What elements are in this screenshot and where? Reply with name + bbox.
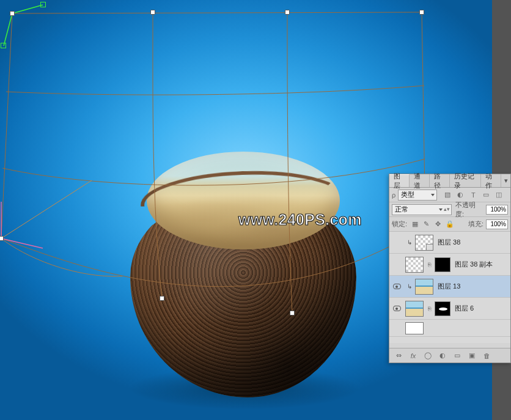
lock-label: 锁定:: [392, 219, 407, 229]
filter-kind-select[interactable]: 类型: [398, 190, 437, 201]
warp-handle[interactable]: [419, 10, 424, 15]
tab-history[interactable]: 历史记录: [450, 174, 481, 187]
layer-thumbnail[interactable]: [405, 301, 424, 317]
filter-adjust-icon[interactable]: ◐: [456, 191, 465, 199]
tab-paths[interactable]: 路径: [430, 174, 450, 187]
new-group-icon[interactable]: ▭: [453, 352, 461, 359]
eye-icon: [393, 306, 401, 311]
tab-channels[interactable]: 通道: [410, 174, 430, 187]
warp-direction-handle[interactable]: [40, 2, 46, 7]
opacity-label: 不透明度:: [455, 201, 483, 219]
clip-indicator-icon: ↳: [405, 239, 414, 246]
filter-shape-icon[interactable]: ▭: [482, 191, 490, 199]
lock-position-icon[interactable]: ✥: [434, 220, 442, 228]
blend-opacity-row: 正常 ▴▾ 不透明度: 100%: [389, 202, 510, 217]
filter-pixel-icon[interactable]: ▧: [443, 191, 452, 199]
lock-image-icon[interactable]: ✎: [422, 220, 430, 228]
tab-layers[interactable]: 图层: [389, 174, 410, 187]
clip-indicator-icon: ↳: [405, 283, 414, 290]
warp-direction-handle[interactable]: [1, 43, 6, 48]
visibility-toggle[interactable]: [391, 284, 403, 289]
fill-label: 填充:: [468, 219, 483, 229]
layers-panel-bottom-bar: ⇔ fx ◯ ◐ ▭ ▣ 🗑: [389, 348, 510, 363]
fx-icon[interactable]: fx: [409, 352, 417, 359]
layer-item[interactable]: ⎘ 图层 38 副本: [389, 254, 510, 276]
warp-handle[interactable]: [10, 11, 15, 16]
layer-item[interactable]: ⎘ 图层 6: [389, 298, 510, 320]
panel-tabs: 图层 通道 路径 历史记录 动作 ▾: [389, 174, 510, 188]
layer-name[interactable]: 图层 38 副本: [455, 260, 493, 269]
panel-menu-button[interactable]: ▾: [501, 174, 510, 187]
filter-smart-icon[interactable]: ◫: [494, 191, 503, 199]
watermark-text: www.240PS.com: [238, 211, 362, 229]
lock-fill-row: 锁定: ▦ ✎ ✥ 🔒 填充: 100%: [389, 217, 510, 232]
lock-all-icon[interactable]: 🔒: [446, 220, 454, 228]
blend-mode-select[interactable]: 正常 ▴▾: [392, 204, 452, 215]
delete-layer-icon[interactable]: 🗑: [482, 352, 491, 359]
new-layer-icon[interactable]: ▣: [468, 352, 476, 359]
warp-handle[interactable]: [150, 10, 155, 15]
layer-item[interactable]: ↳ 图层 38: [389, 232, 510, 254]
layer-name[interactable]: 图层 13: [438, 282, 460, 291]
new-adjust-icon[interactable]: ◐: [438, 352, 447, 359]
lock-transparent-icon[interactable]: ▦: [411, 220, 419, 228]
eye-icon: [393, 284, 401, 289]
layer-item-partial[interactable]: [389, 320, 510, 337]
layer-name[interactable]: 图层 6: [455, 304, 474, 313]
warp-handle[interactable]: [160, 296, 164, 301]
mask-link-icon[interactable]: ⎘: [426, 306, 432, 312]
visibility-toggle[interactable]: [391, 306, 403, 311]
mask-link-icon[interactable]: ⎘: [426, 262, 432, 268]
warp-handle[interactable]: [290, 311, 295, 315]
opacity-input[interactable]: 100%: [486, 205, 508, 215]
warp-handle[interactable]: [0, 236, 4, 241]
filter-type-icon[interactable]: T: [469, 191, 477, 199]
layer-item[interactable]: ↳ 图层 13: [389, 276, 510, 298]
layer-filter-row: ρ 类型 ▧ ◐ T ▭ ◫: [389, 188, 510, 202]
layer-thumbnail[interactable]: [415, 235, 433, 251]
layer-thumbnail[interactable]: [405, 322, 424, 334]
tab-actions[interactable]: 动作: [481, 174, 501, 187]
layers-list: ↳ 图层 38 ⎘ 图层 38 副本 ↳ 图层 13 ⎘ 图层 6: [389, 232, 510, 343]
link-layers-icon[interactable]: ⇔: [394, 352, 403, 359]
fill-input[interactable]: 100%: [486, 219, 508, 229]
add-mask-icon[interactable]: ◯: [424, 352, 432, 359]
layer-mask-thumbnail[interactable]: [435, 301, 450, 316]
layer-thumbnail[interactable]: [405, 257, 424, 273]
layer-mask-thumbnail[interactable]: [435, 257, 450, 272]
layers-panel[interactable]: 图层 通道 路径 历史记录 动作 ▾ ρ 类型 ▧ ◐ T ▭ ◫ 正常 ▴▾ …: [389, 174, 511, 363]
warp-handle[interactable]: [285, 10, 290, 15]
layer-name[interactable]: 图层 38: [438, 238, 460, 247]
layer-thumbnail[interactable]: [415, 279, 433, 295]
